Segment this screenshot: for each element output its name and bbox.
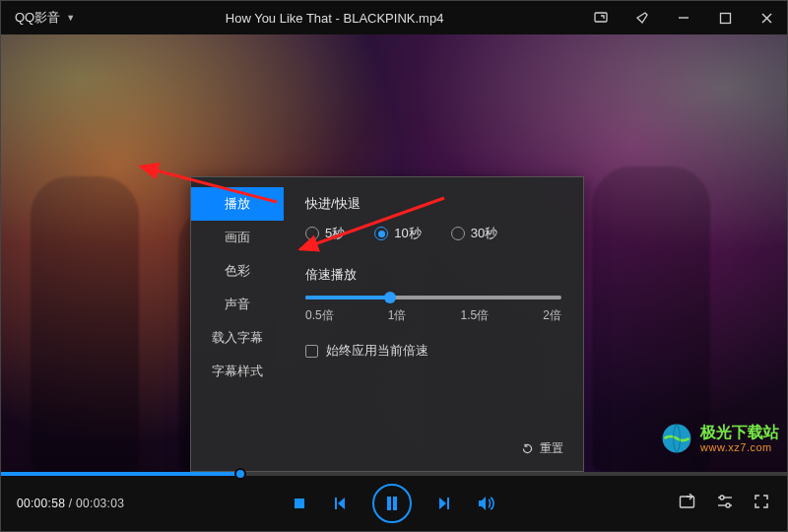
volume-icon (477, 495, 496, 512)
speed-slider-labels: 0.5倍 1倍 1.5倍 2倍 (305, 307, 561, 324)
stop-icon (292, 496, 307, 511)
fullscreen-icon (754, 494, 769, 509)
next-button[interactable] (435, 495, 453, 512)
reset-label: 重置 (540, 440, 563, 457)
radio-icon (374, 227, 388, 240)
seek-option-label: 10秒 (394, 225, 421, 242)
seek-option-label: 5秒 (325, 225, 345, 242)
always-apply-speed-label: 始终应用当前倍速 (326, 342, 428, 360)
time-current: 00:00:58 (17, 497, 65, 510)
settings-panel: 播放 画面 色彩 声音 载入字幕 字幕样式 快进/快退 5秒 10秒 (190, 176, 584, 472)
seek-option-10s[interactable]: 10秒 (374, 225, 421, 242)
control-bar: 00:00:58 / 00:03:03 (1, 472, 787, 531)
compact-mode-button[interactable] (580, 1, 622, 34)
video-area[interactable]: 播放 画面 色彩 声音 载入字幕 字幕样式 快进/快退 5秒 10秒 (1, 34, 787, 472)
settings-body: 快进/快退 5秒 10秒 30秒 倍速播放 (284, 177, 583, 471)
next-icon (435, 495, 453, 512)
seek-option-5s[interactable]: 5秒 (305, 225, 345, 242)
pin-button[interactable] (622, 1, 663, 34)
svg-rect-9 (387, 497, 391, 510)
radio-icon (451, 227, 465, 240)
svg-rect-2 (720, 13, 730, 23)
refresh-icon (521, 442, 534, 455)
sliders-icon (716, 494, 734, 509)
pin-icon (634, 10, 650, 26)
time-separator: / (69, 497, 76, 510)
stop-button[interactable] (292, 496, 307, 511)
radio-icon (305, 227, 319, 240)
settings-tabs: 播放 画面 色彩 声音 载入字幕 字幕样式 (191, 177, 284, 471)
window-title: How You Like That - BLACKPINK.mp4 (89, 11, 580, 26)
speed-slider[interactable] (305, 296, 561, 299)
tab-audio[interactable]: 声音 (191, 288, 284, 321)
svg-rect-8 (295, 499, 304, 508)
adjust-button[interactable] (716, 494, 734, 513)
seek-step-options: 5秒 10秒 30秒 (305, 225, 561, 242)
speed-label: 0.5倍 (305, 307, 334, 324)
playback-controls (292, 484, 496, 523)
speed-label: 2倍 (543, 307, 561, 324)
maximize-icon (719, 12, 732, 25)
time-display: 00:00:58 / 00:03:03 (1, 497, 140, 510)
speed-label: 1.5倍 (461, 307, 490, 324)
seek-option-label: 30秒 (471, 225, 497, 242)
slider-track (305, 296, 561, 299)
previous-button[interactable] (331, 495, 349, 512)
titlebar: QQ影音 ▼ How You Like That - BLACKPINK.mp4 (1, 1, 787, 34)
chevron-down-icon: ▼ (66, 13, 75, 23)
time-total: 00:03:03 (76, 497, 124, 510)
open-file-button[interactable] (679, 494, 696, 513)
minimize-icon (677, 11, 690, 25)
checkbox-icon (305, 345, 318, 358)
close-button[interactable] (746, 1, 787, 34)
reset-button[interactable]: 重置 (521, 440, 563, 457)
minimize-button[interactable] (663, 1, 704, 34)
tab-subtitle-style[interactable]: 字幕样式 (191, 355, 284, 388)
previous-icon (331, 495, 349, 512)
seek-option-30s[interactable]: 30秒 (451, 225, 497, 242)
pause-icon (385, 496, 399, 511)
svg-point-15 (726, 503, 730, 507)
app-window: QQ影音 ▼ How You Like That - BLACKPINK.mp4 (0, 0, 788, 532)
play-pause-button[interactable] (372, 484, 412, 523)
close-icon (760, 12, 773, 25)
tab-load-subtitle[interactable]: 载入字幕 (191, 321, 284, 355)
seek-step-title: 快进/快退 (305, 195, 561, 213)
right-controls (679, 494, 787, 513)
maximize-button[interactable] (704, 1, 746, 34)
svg-point-14 (720, 496, 724, 499)
volume-button[interactable] (477, 495, 496, 512)
svg-rect-11 (681, 497, 694, 507)
play-ring (372, 484, 412, 523)
fullscreen-button[interactable] (754, 494, 769, 513)
svg-rect-0 (595, 13, 607, 22)
open-file-icon (679, 494, 696, 509)
tab-color[interactable]: 色彩 (191, 254, 284, 288)
tab-playback[interactable]: 播放 (191, 187, 284, 221)
brand-label: QQ影音 (15, 9, 60, 27)
brand-menu[interactable]: QQ影音 ▼ (1, 9, 89, 27)
slider-fill (305, 296, 390, 299)
compact-mode-icon (593, 10, 609, 26)
svg-rect-10 (393, 497, 397, 510)
always-apply-speed-checkbox[interactable]: 始终应用当前倍速 (305, 342, 561, 360)
slider-thumb[interactable] (384, 292, 396, 303)
tab-picture[interactable]: 画面 (191, 221, 284, 254)
speed-title: 倍速播放 (305, 266, 561, 284)
speed-label: 1倍 (388, 307, 407, 324)
window-controls (580, 1, 787, 34)
